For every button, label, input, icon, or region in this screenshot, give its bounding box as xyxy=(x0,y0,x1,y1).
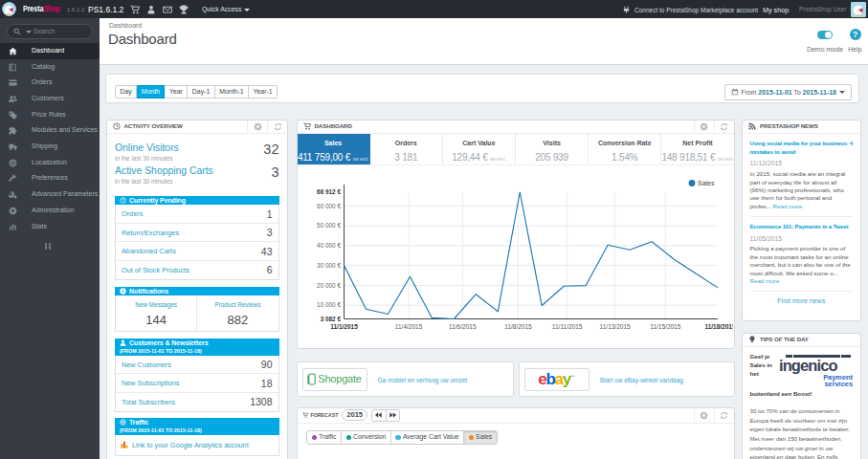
kpi-conversion-rate[interactable]: Conversion Rate 1.54% xyxy=(589,134,661,164)
shop-name[interactable]: PS1.6.1.2 xyxy=(88,5,123,15)
date-from-label: From xyxy=(742,89,757,96)
sidebar-item-catalog[interactable]: Catalog xyxy=(0,59,100,76)
sidebar-item-price-rules[interactable]: Price Rules xyxy=(0,107,100,123)
ebay-link[interactable]: Start uw eBay-winkel vandaag xyxy=(600,377,683,384)
demo-mode-toggle[interactable] xyxy=(817,31,833,39)
panel-settings-button[interactable] xyxy=(694,408,714,423)
sidebar-search[interactable] xyxy=(7,24,93,40)
activity-overview-panel: ACTIVITY OVERVIEW Online Visitors in the… xyxy=(106,120,289,459)
new-messages-link[interactable]: New Messages xyxy=(116,301,196,309)
ebay-letter: y xyxy=(563,370,570,388)
brand-first: Presta xyxy=(23,4,43,13)
legend-traffic-button[interactable]: Traffic xyxy=(307,431,341,445)
panel-refresh-button[interactable] xyxy=(267,120,287,133)
quick-access-menu[interactable]: Quick Access xyxy=(202,6,250,14)
range-button-day[interactable]: Day xyxy=(115,85,137,98)
find-more-news-link[interactable]: Find more news xyxy=(750,292,854,312)
collapse-menu-icon[interactable] xyxy=(45,243,55,251)
news-excerpt: Picking a payment provider is one of the… xyxy=(750,245,854,285)
sidebar-item-modules[interactable]: Modules and Services xyxy=(0,122,100,139)
total-subscribers-link[interactable]: Total Subscribers xyxy=(122,398,175,406)
cart-icon xyxy=(303,122,311,130)
sales-dot-icon xyxy=(469,435,475,441)
brand-second: Shop xyxy=(43,4,60,13)
legend-conversion-button[interactable]: Conversion xyxy=(341,431,390,445)
range-button-month-1[interactable]: Month-1 xyxy=(215,85,249,98)
out-of-stock-link[interactable]: Out of Stock Products xyxy=(122,266,189,274)
forecast-year-pill[interactable]: 2015 xyxy=(342,409,367,421)
legend-average-cart-value-button[interactable]: Average Cart Value xyxy=(390,431,463,445)
trophy-icon[interactable] xyxy=(179,5,189,14)
mail-icon[interactable] xyxy=(163,5,172,14)
abandoned-carts-link[interactable]: Abandoned Carts xyxy=(122,247,176,255)
shopgate-link[interactable]: Ga mobiel en verhoog uw omzet xyxy=(378,377,468,384)
brand-name[interactable]: PrestaShop xyxy=(23,4,60,14)
legend-sales-button[interactable]: Sales xyxy=(463,431,497,445)
shopgate-ad[interactable]: Shopgate Ga mobiel en verhoog uw omzet xyxy=(297,361,514,397)
kpi-sales[interactable]: Sales 411 759,00 € tax excl. xyxy=(298,134,370,164)
gear-icon xyxy=(700,411,708,420)
sidebar-item-dashboard[interactable]: Dashboard xyxy=(0,43,100,59)
read-more-link[interactable]: Read more xyxy=(773,203,803,209)
active-carts-link[interactable]: Active Shopping Carts xyxy=(115,164,279,177)
new-customers-link[interactable]: New Customers xyxy=(122,361,171,369)
online-visitors-link[interactable]: Online Visitors xyxy=(115,142,279,154)
google-analytics-link[interactable]: Link to your Google Analytics account xyxy=(132,441,249,449)
sidebar-item-administration[interactable]: Administration xyxy=(0,203,100,219)
kpi-value: 148 918,51 € xyxy=(661,152,715,163)
svg-text:50 000 €: 50 000 € xyxy=(317,222,341,229)
marketplace-link[interactable]: Connect to PrestaShop Marketplace accoun… xyxy=(622,6,758,14)
topbar: PrestaShop 1.6.1.2 PS1.6.1.2 Quick Acces… xyxy=(0,0,868,18)
search-input[interactable] xyxy=(33,26,91,38)
panel-settings-button[interactable] xyxy=(694,120,714,133)
my-shop-link[interactable]: My shop xyxy=(763,6,789,14)
sidebar-item-shipping[interactable]: Shipping xyxy=(0,139,100,155)
breadcrumb[interactable]: Dashboard xyxy=(109,22,142,31)
search-scope-caret-icon[interactable] xyxy=(26,31,32,33)
news-headline-link[interactable]: Using social media for your business: 4 … xyxy=(750,140,854,157)
user-menu[interactable]: PrestaShop User xyxy=(799,6,856,13)
product-reviews-link[interactable]: Product Reviews xyxy=(197,301,278,309)
sidebar-item-stats[interactable]: Stats xyxy=(0,219,100,235)
kpi-row: Sales 411 759,00 € tax excl. Orders 3 18… xyxy=(298,134,734,165)
date-to-value: 2015-11-18 xyxy=(803,89,836,96)
cart-icon[interactable] xyxy=(130,5,140,14)
kpi-orders[interactable]: Orders 3 181 xyxy=(370,134,443,164)
svg-text:3 082 €: 3 082 € xyxy=(320,316,341,322)
refresh-icon xyxy=(720,122,728,131)
panel-settings-button[interactable] xyxy=(247,120,267,133)
employees-icon[interactable] xyxy=(146,5,156,14)
kpi-visits[interactable]: Visits 205 939 xyxy=(516,134,589,164)
svg-text:60 000 €: 60 000 € xyxy=(317,203,341,209)
sidebar-item-preferences[interactable]: Preferences xyxy=(0,171,100,187)
range-button-year-1[interactable]: Year-1 xyxy=(249,85,278,98)
date-range-picker[interactable]: From 2015-11-01 To 2015-11-18 xyxy=(724,84,852,101)
kpi-suffix: tax excl. xyxy=(353,156,369,162)
news-panel-header: PRESTASHOP NEWS xyxy=(743,120,860,134)
sidebar-item-orders[interactable]: Orders xyxy=(0,75,100,91)
help-button[interactable]: ? xyxy=(850,29,861,40)
kpi-net-profit[interactable]: Net Profit 148 918,51 € tax excl. xyxy=(661,134,733,164)
prestashop-logo-icon[interactable] xyxy=(2,2,16,16)
news-headline-link[interactable]: Ecommerce 101: Payments in a Tweet xyxy=(750,223,854,231)
kpi-cart-value[interactable]: Cart Value 129,44 € tax excl. xyxy=(443,134,516,164)
sales-line-chart[interactable]: 10 000 €20 000 €30 000 €40 000 €50 000 €… xyxy=(298,165,734,348)
panel-refresh-button[interactable] xyxy=(714,120,734,133)
range-button-month[interactable]: Month xyxy=(137,85,165,98)
new-subscriptions-link[interactable]: New Subscriptions xyxy=(122,379,179,387)
tips-text: 30 tot 70% van de consumenten in Europa … xyxy=(750,406,854,459)
avatar[interactable] xyxy=(851,2,866,17)
orders-link[interactable]: Orders xyxy=(122,209,143,218)
range-button-year[interactable]: Year xyxy=(165,85,188,98)
ebay-ad[interactable]: ebay™ Start uw eBay-winkel vandaag xyxy=(519,361,735,397)
read-more-link[interactable]: Read more xyxy=(750,277,780,284)
backward-button[interactable] xyxy=(372,410,386,421)
forward-button[interactable] xyxy=(386,410,399,421)
returns-link[interactable]: Return/Exchanges xyxy=(122,229,179,237)
panel-refresh-button[interactable] xyxy=(714,408,734,423)
range-button-day-1[interactable]: Day-1 xyxy=(188,85,214,98)
sidebar-item-advanced-parameters[interactable]: Advanced Parameters xyxy=(0,186,100,203)
sidebar-item-customers[interactable]: Customers xyxy=(0,91,100,107)
news-excerpt: In 2015, social media are an integral pa… xyxy=(750,170,854,210)
sidebar-item-localization[interactable]: Localization xyxy=(0,155,100,171)
